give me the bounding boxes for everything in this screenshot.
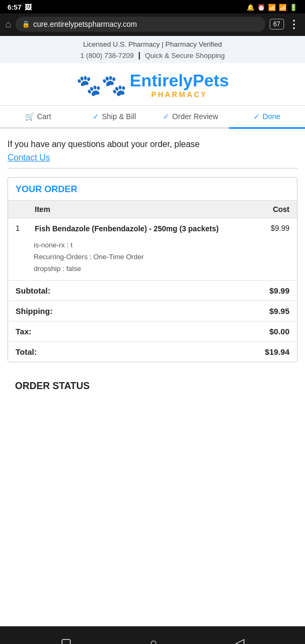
order-box: YOUR ORDER Item Cost 1 Fish Bendazole (F… (8, 177, 297, 363)
subtotal-value: $9.99 (269, 286, 289, 295)
step-order-review[interactable]: ✓ Order Review (153, 106, 229, 127)
step-cart[interactable]: 🛒 Cart (0, 106, 76, 127)
browser-chrome: ⌂ 🔒 cure.entirelypetspharmacy.com 67 ⋮ (0, 13, 305, 36)
total-value: $19.94 (265, 347, 289, 356)
step-ship-bill[interactable]: ✓ Ship & Bill (76, 106, 152, 127)
total-label: Total: (16, 347, 37, 356)
bottom-nav: ▢ ○ ◁ (0, 626, 305, 644)
step-done-label: Done (263, 112, 280, 121)
alarm2-icon: ⏰ (257, 4, 265, 11)
status-time: 6:57 (8, 3, 21, 11)
battery-icon: 🔋 (289, 4, 297, 11)
tab-count[interactable]: 67 (270, 19, 284, 30)
url-text: cure.entirelypetspharmacy.com (33, 20, 259, 28)
nav-back-button[interactable]: ◁ (227, 634, 253, 644)
item-name: Fish Bendazole (Fenbendazole) - 250mg (3… (27, 218, 258, 239)
summary-subtotal: Subtotal: $9.99 (8, 280, 297, 301)
cart-icon: 🛒 (25, 112, 34, 121)
shipping-label: Shipping: (16, 306, 53, 316)
logo-section: 🐾🐾 EntirelyPets PHARMACY (0, 63, 305, 105)
step-done[interactable]: ✓ Done (229, 106, 305, 129)
tax-value: $0.00 (269, 327, 289, 336)
status-bar: 6:57 🖼 🔔 ⏰ 📶 📶 🔋 (0, 0, 305, 13)
summary-tax: Tax: $0.00 (8, 321, 297, 341)
summary-shipping: Shipping: $9.95 (8, 301, 297, 321)
steps-bar: 🛒 Cart ✓ Ship & Bill ✓ Order Review ✓ Do… (0, 105, 305, 129)
check-icon-ship: ✓ (93, 112, 99, 121)
logo-paw-icons: 🐾🐾 (76, 74, 127, 97)
shipping-value: $9.95 (269, 306, 289, 316)
step-cart-label: Cart (37, 112, 51, 121)
item-details-row: is-none-rx : t Recurring-Orders : One-Ti… (8, 239, 297, 280)
table-row: 1 Fish Bendazole (Fenbendazole) - 250mg … (8, 218, 297, 239)
more-menu-icon[interactable]: ⋮ (288, 18, 300, 31)
check-icon-review: ✓ (163, 112, 169, 121)
alarm-icon: 🔔 (247, 4, 255, 11)
item-cost: $9.99 (258, 218, 297, 239)
summary-total: Total: $19.94 (8, 341, 297, 362)
order-question-text: If you have any questions about your ord… (8, 138, 297, 150)
logo-pharmacy: PHARMACY (130, 90, 229, 99)
status-photo-icon: 🖼 (25, 3, 32, 11)
banner-verified-text: Licensed U.S. Pharmacy | Pharmacy Verifi… (5, 40, 300, 48)
browser-home-icon[interactable]: ⌂ (5, 19, 11, 30)
top-banner: Licensed U.S. Pharmacy | Pharmacy Verifi… (0, 36, 305, 63)
item-qty: 1 (8, 218, 27, 239)
tax-label: Tax: (16, 327, 32, 336)
banner-tagline: Quick & Secure Shopping (145, 52, 225, 60)
order-status-title: ORDER STATUS (8, 375, 297, 413)
nav-recents-button[interactable]: ▢ (52, 634, 80, 644)
check-icon-done: ✓ (254, 112, 260, 121)
wifi-icon: 📶 (268, 4, 276, 11)
main-content: If you have any questions about your ord… (0, 129, 305, 424)
order-table: Item Cost 1 Fish Bendazole (Fenbendazole… (8, 200, 297, 281)
subtotal-label: Subtotal: (16, 286, 50, 295)
item-details: is-none-rx : t Recurring-Orders : One-Ti… (8, 239, 297, 280)
contact-us-link[interactable]: Contact Us (8, 153, 50, 162)
col-cost: Cost (258, 200, 297, 218)
order-box-title: YOUR ORDER (8, 178, 297, 200)
address-bar[interactable]: 🔒 cure.entirelypetspharmacy.com (16, 17, 265, 32)
logo-name[interactable]: EntirelyPets (130, 71, 229, 90)
step-review-label: Order Review (172, 112, 218, 121)
banner-phone[interactable]: 1 (800) 738-7209 (80, 52, 134, 60)
col-item: Item (27, 200, 258, 218)
divider (8, 168, 297, 169)
signal-icon: 📶 (279, 4, 287, 11)
step-ship-label: Ship & Bill (102, 112, 136, 121)
nav-home-button[interactable]: ○ (142, 634, 166, 644)
lock-icon: 🔒 (22, 20, 30, 28)
col-num (8, 200, 27, 218)
page-content: Licensed U.S. Pharmacy | Pharmacy Verifi… (0, 36, 305, 626)
